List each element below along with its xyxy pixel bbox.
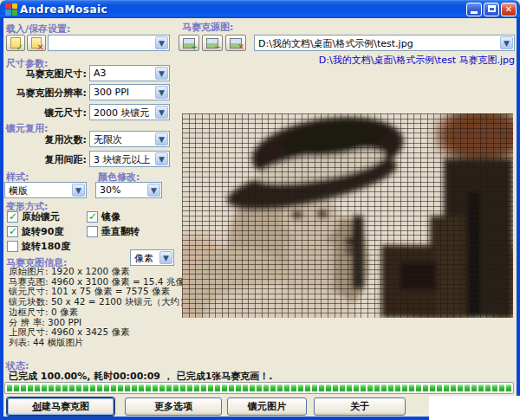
combo-arrow-icon[interactable]: ▼: [500, 36, 513, 49]
settings-combobox[interactable]: ▼: [48, 35, 170, 51]
combo-arrow-icon[interactable]: ▼: [155, 86, 168, 99]
info-line: 列表: 44 横版图片: [9, 338, 193, 348]
app-icon: [5, 3, 17, 16]
image-remove-icon: −: [206, 38, 218, 48]
status-text: 已完成 100.00%, 耗时00:00:09 ， 已完成1张马赛克画！.: [9, 370, 273, 383]
combo-arrow-icon[interactable]: ▼: [155, 36, 168, 49]
combo-arrow-icon[interactable]: ▼: [155, 67, 168, 80]
combo-arrow-icon[interactable]: ▼: [159, 251, 172, 264]
checkbox-rotate-180[interactable]: 旋转180度: [7, 240, 70, 253]
window-title: AndreaMosaic: [20, 3, 107, 16]
checkbox-icon[interactable]: [87, 226, 98, 237]
progress-bar-fill: [7, 384, 511, 391]
app-icon-tile: [12, 10, 18, 16]
mosaic-resolution-combobox[interactable]: 300 PPI ▼: [89, 84, 170, 100]
checkbox-icon[interactable]: [7, 226, 18, 237]
image-add-icon: +: [183, 38, 195, 48]
combo-arrow-icon[interactable]: ▼: [72, 184, 85, 197]
close-icon[interactable]: ✕: [501, 3, 517, 16]
checkbox-mirror[interactable]: 镜像: [87, 210, 120, 223]
reuse-count-combobox[interactable]: 无限次 ▼: [89, 131, 170, 147]
combo-arrow-icon[interactable]: ▼: [155, 152, 168, 165]
mosaic-size-combobox[interactable]: A3 ▼: [89, 65, 170, 81]
checkbox-rotate-90[interactable]: 旋转90度: [7, 225, 63, 238]
checkbox-label: 旋转90度: [22, 225, 63, 238]
maximize-icon[interactable]: [484, 3, 499, 16]
reuse-count-value: 无限次: [94, 133, 153, 146]
mosaic-resolution-value: 300 PPI: [94, 87, 153, 98]
reuse-distance-value: 3 块镶元以上: [94, 153, 153, 166]
mosaic-size-label: 马赛克图尺寸:: [0, 68, 87, 81]
add-source-image-button[interactable]: +: [179, 35, 199, 51]
mosaic-info-block: 原始图片: 1920 x 1200 像素 马赛克图: 4960 x 3100 像…: [9, 267, 193, 348]
create-mosaic-button[interactable]: 创建马赛克图: [7, 397, 114, 416]
checkbox-label: 镜像: [101, 210, 120, 223]
checkbox-vertical-flip[interactable]: 垂直翻转: [87, 225, 140, 238]
source-path-combobox[interactable]: D:\我的文档\桌面\格式示例\test.jpg ▼: [254, 35, 515, 51]
combo-arrow-icon[interactable]: ▼: [155, 106, 168, 119]
checkbox-label: 原始镶元: [22, 210, 60, 223]
unit-value: 像素: [134, 252, 158, 265]
combo-arrow-icon[interactable]: ▼: [147, 184, 160, 197]
remove-source-image-button[interactable]: −: [202, 35, 223, 51]
load-settings-button[interactable]: ✓: [6, 35, 25, 51]
source-header: 马赛克源图:: [182, 21, 233, 34]
tile-size-value: 2000 块镶元: [94, 107, 153, 120]
image-delete-icon: ✕: [230, 38, 242, 48]
reuse-distance-label: 复用间距:: [0, 153, 87, 166]
source-path-value: D:\我的文档\桌面\格式示例\test.jpg: [258, 37, 498, 50]
tile-size-combobox[interactable]: 2000 块镶元 ▼: [89, 104, 170, 120]
reuse-distance-combobox[interactable]: 3 块镶元以上 ▼: [89, 151, 170, 167]
mosaic-resolution-label: 马赛克图分辨率:: [0, 87, 87, 100]
style-value: 横版: [9, 184, 70, 197]
mosaic-grid-overlay: [182, 113, 513, 318]
app-icon-tile: [12, 3, 18, 10]
note-delete-icon: ✕: [31, 37, 42, 48]
tile-size-label: 镶元尺寸:: [0, 107, 87, 120]
progress-bar: [4, 382, 514, 394]
app-window: AndreaMosaic ✕ 载入/保存设置: ✓ ✕ ▼ 马赛克源图: + −…: [0, 0, 520, 420]
mosaic-preview-image: [182, 113, 513, 318]
about-button[interactable]: 关于: [314, 397, 406, 416]
window-border-right: [517, 18, 520, 417]
tile-images-button[interactable]: 镶元图片: [227, 397, 307, 416]
more-options-button[interactable]: 更多选项: [125, 397, 222, 416]
app-icon-tile: [5, 3, 11, 10]
unit-combobox[interactable]: 像素 ▼: [130, 249, 174, 266]
checkbox-icon[interactable]: [7, 211, 18, 223]
checkbox-label: 旋转180度: [22, 240, 70, 253]
reuse-count-label: 复用次数:: [0, 133, 87, 146]
minimize-icon[interactable]: [466, 3, 482, 16]
titlebar[interactable]: AndreaMosaic ✕: [0, 0, 520, 18]
color-mod-combobox[interactable]: 30% ▼: [95, 182, 162, 198]
delete-source-image-button[interactable]: ✕: [225, 35, 246, 51]
note-check-icon: ✓: [10, 37, 21, 48]
style-combobox[interactable]: 横版 ▼: [4, 182, 87, 198]
load-save-header: 载入/保存设置:: [6, 23, 70, 36]
mosaic-size-value: A3: [94, 68, 153, 79]
delete-settings-button[interactable]: ✕: [27, 35, 46, 51]
color-mod-value: 30%: [100, 184, 146, 196]
overlay-patch: [429, 396, 520, 420]
checkbox-icon[interactable]: [7, 241, 18, 252]
combo-arrow-icon[interactable]: ▼: [155, 132, 168, 145]
checkbox-label: 垂直翻转: [101, 225, 140, 238]
checkbox-icon[interactable]: [87, 211, 98, 223]
checkbox-original-tile[interactable]: 原始镶元: [7, 210, 60, 223]
output-path-text: D:\我的文档\桌面\格式示例\test 马赛克图.jpg: [319, 54, 515, 67]
app-icon-tile: [5, 10, 11, 16]
